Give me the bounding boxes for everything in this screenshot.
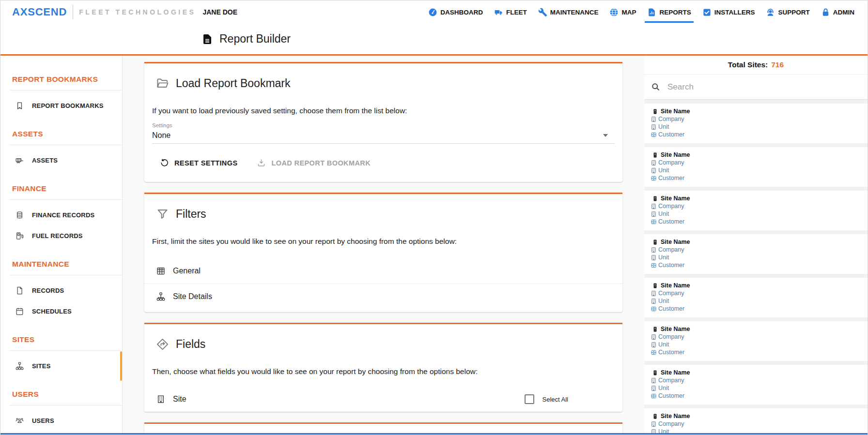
site-customer-link[interactable]: Customer: [651, 174, 863, 182]
site-customer-link[interactable]: Customer: [651, 218, 863, 225]
drawer-icon: [651, 262, 657, 269]
drawer-icon: [651, 349, 657, 356]
brand: AXSCEND FLEET TECHNOLOGIES JANE DOE: [12, 5, 237, 19]
nav-reports[interactable]: REPORTS: [647, 0, 691, 24]
site-card[interactable]: Site Name Company Unit Customer: [644, 365, 868, 408]
nav-support[interactable]: SUPPORT: [765, 0, 810, 24]
nav-maintenance[interactable]: MAINTENANCE: [538, 0, 599, 24]
site-name: Site Name: [651, 282, 863, 289]
nav-dashboard[interactable]: DASHBOARD: [428, 0, 483, 24]
site-company-link[interactable]: Company: [651, 289, 863, 297]
nav-installers[interactable]: INSTALLERS: [702, 0, 756, 24]
dashboard-icon: [428, 8, 437, 17]
nav-map[interactable]: MAP: [609, 0, 636, 24]
wrench-icon: [538, 8, 547, 17]
sidebar-item-fuel-records[interactable]: FUEL RECORDS: [0, 225, 122, 246]
sitemap-icon: [15, 361, 24, 371]
card-title: Filters: [176, 208, 206, 221]
card-description: First, limit the sites you would like to…: [144, 221, 622, 246]
search-input[interactable]: [667, 82, 861, 92]
load-report-bookmark-button[interactable]: LOAD REPORT BOOKMARK: [257, 158, 371, 167]
site-company-link[interactable]: Company: [651, 246, 863, 254]
door-icon: [652, 195, 658, 202]
nav-fleet[interactable]: FLEET: [494, 0, 527, 24]
site-card[interactable]: Site Name Company Unit Customer: [644, 104, 868, 147]
filters-card: Filters First, limit the sites you would…: [144, 193, 622, 312]
site-unit-link[interactable]: Unit: [651, 297, 863, 305]
sidebar-item-records[interactable]: RECORDS: [0, 280, 122, 301]
filter-general-row[interactable]: General: [144, 258, 622, 284]
bookmark-icon: [15, 101, 24, 110]
site-customer-link[interactable]: Customer: [651, 305, 863, 313]
building-icon: [651, 298, 657, 304]
building-icon: [651, 421, 657, 427]
drawer-icon: [651, 175, 657, 181]
field-site-row[interactable]: Site: [156, 394, 186, 404]
site-unit-link[interactable]: Unit: [651, 384, 863, 392]
site-name: Site Name: [651, 107, 863, 115]
document-icon: [202, 33, 213, 45]
download-icon: [257, 158, 266, 167]
window-bottom-edge: [0, 433, 868, 435]
lock-icon: [821, 8, 830, 17]
site-company-link[interactable]: Company: [651, 115, 863, 123]
site-unit-link[interactable]: Unit: [651, 123, 863, 131]
select-all-label: Select All: [542, 396, 568, 403]
page-header: Report Builder: [0, 24, 868, 54]
reset-settings-button[interactable]: RESET SETTINGS: [160, 158, 237, 167]
site-company-link[interactable]: Company: [651, 202, 863, 210]
sidebar-item-report-bookmarks[interactable]: REPORT BOOKMARKS: [0, 95, 122, 116]
nav-admin[interactable]: ADMIN: [821, 0, 855, 24]
sidebar-section-maintenance: MAINTENANCE RECORDS SCHEDULES: [0, 247, 122, 323]
building-icon: [651, 377, 657, 384]
building-icon: [651, 167, 657, 174]
chevron-down-icon: [603, 134, 608, 137]
site-card[interactable]: Site Name Company Unit Customer: [644, 321, 868, 365]
site-name: Site Name: [651, 412, 863, 420]
sidebar-heading: ASSETS: [0, 117, 122, 145]
door-icon: [652, 239, 658, 245]
sidebar-section-finance: FINANCE FINANCE RECORDS FUEL RECORDS: [0, 172, 122, 247]
report-builder-content: Load Report Bookmark If you want to load…: [123, 56, 644, 435]
door-icon: [652, 108, 658, 115]
site-card[interactable]: Site Name Company Unit Customer: [644, 191, 868, 234]
site-company-link[interactable]: Company: [651, 333, 863, 341]
sidebar-item-schedules[interactable]: SCHEDULES: [0, 301, 122, 322]
site-company-link[interactable]: Company: [651, 376, 863, 384]
site-card[interactable]: Site Name Company Unit Customer: [644, 234, 868, 278]
headset-icon: [766, 8, 775, 17]
page-title: Report Builder: [219, 32, 291, 45]
site-unit-link[interactable]: Unit: [651, 341, 863, 348]
app-header: AXSCEND FLEET TECHNOLOGIES JANE DOE DASH…: [0, 0, 868, 54]
sidebar-item-users[interactable]: USERS: [0, 410, 122, 431]
header-top-bar: AXSCEND FLEET TECHNOLOGIES JANE DOE DASH…: [0, 0, 868, 24]
site-customer-link[interactable]: Customer: [651, 261, 863, 269]
settings-select[interactable]: Settings None: [152, 122, 615, 144]
site-name: Site Name: [651, 238, 863, 246]
drawer-icon: [651, 132, 657, 138]
grid-icon: [156, 266, 166, 276]
sidebar-heading: REPORT BOOKMARKS: [0, 62, 122, 90]
site-unit-link[interactable]: Unit: [651, 166, 863, 174]
site-unit-link[interactable]: Unit: [651, 254, 863, 261]
site-list: Site Name Company Unit Customer Site Nam…: [644, 100, 868, 435]
site-company-link[interactable]: Company: [651, 420, 863, 428]
building-icon: [651, 290, 657, 297]
filter-site-details-row[interactable]: Site Details: [144, 284, 622, 309]
site-card[interactable]: Site Name Company Unit Customer: [644, 408, 868, 435]
site-unit-link[interactable]: Unit: [651, 210, 863, 218]
select-all-checkbox[interactable]: [525, 394, 534, 404]
site-customer-link[interactable]: Customer: [651, 131, 863, 138]
site-customer-link[interactable]: Customer: [651, 392, 863, 400]
select-value: None: [152, 131, 170, 140]
sidebar-item-sites[interactable]: SITES: [0, 356, 122, 376]
select-all-control[interactable]: Select All: [525, 394, 568, 404]
site-name: Site Name: [651, 325, 863, 333]
site-company-link[interactable]: Company: [651, 159, 863, 166]
sidebar-item-assets[interactable]: ASSETS: [0, 150, 122, 171]
site-card[interactable]: Site Name Company Unit Customer: [644, 147, 868, 191]
site-customer-link[interactable]: Customer: [651, 348, 863, 356]
door-icon: [652, 413, 658, 420]
sidebar-item-finance-records[interactable]: FINANCE RECORDS: [0, 205, 122, 225]
site-card[interactable]: Site Name Company Unit Customer: [644, 278, 868, 321]
